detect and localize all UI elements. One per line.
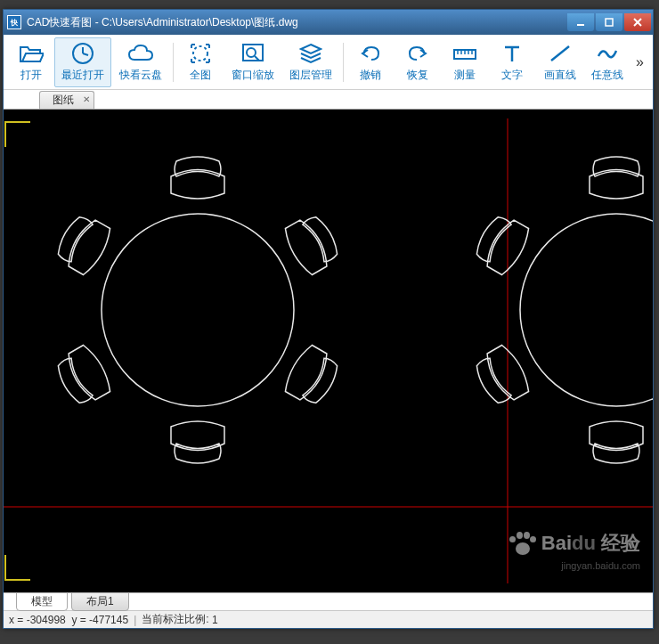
layer-management-button[interactable]: 图层管理 xyxy=(281,37,338,87)
cloud-icon xyxy=(126,41,155,66)
undo-button[interactable]: 撤销 xyxy=(347,37,395,87)
draw-line-button[interactable]: 画直线 xyxy=(536,37,583,87)
statusbar: x = -304998 y = -477145 | 当前标注比例: 1 xyxy=(4,610,653,628)
folder-open-icon xyxy=(17,41,45,66)
status-scale-value: 1 xyxy=(212,614,218,626)
document-tabs: 图纸 ✕ xyxy=(4,90,653,110)
status-x-label: x = xyxy=(9,614,23,626)
freehand-button[interactable]: 任意线 xyxy=(583,37,631,87)
svg-line-17 xyxy=(551,46,569,61)
redo-icon xyxy=(403,41,432,66)
window-title: CAD快速看图 - C:\Users\Administrator\Desktop… xyxy=(27,15,565,30)
toolbar: 打开 最近打开 快看云盘 全图 窗口缩放 图层管理 撤销 xyxy=(4,35,653,90)
text-icon xyxy=(498,41,526,66)
model-tab[interactable]: 模型 xyxy=(16,592,68,611)
titlebar[interactable]: 快 CAD快速看图 - C:\Users\Administrator\Deskt… xyxy=(4,10,653,35)
status-y-label: y = xyxy=(71,614,85,626)
status-x-value: -304998 xyxy=(27,614,66,626)
svg-point-21 xyxy=(520,214,653,406)
cad-drawing xyxy=(4,110,653,592)
svg-rect-1 xyxy=(606,19,613,26)
line-icon xyxy=(546,41,574,66)
window-controls xyxy=(565,13,651,31)
document-tab-label: 图纸 xyxy=(53,93,74,108)
svg-line-6 xyxy=(83,53,88,55)
close-button[interactable] xyxy=(624,13,651,31)
window-zoom-button[interactable]: 窗口缩放 xyxy=(224,37,281,87)
fullscreen-icon xyxy=(186,41,215,66)
drawing-canvas[interactable]: Baidu 经验 jingyan.baidu.com xyxy=(4,110,653,592)
zoom-window-icon xyxy=(239,41,267,66)
svg-point-9 xyxy=(247,48,256,57)
cloud-disk-button[interactable]: 快看云盘 xyxy=(111,37,168,87)
document-tab[interactable]: 图纸 ✕ xyxy=(39,91,94,109)
clock-icon xyxy=(69,41,97,66)
open-button[interactable]: 打开 xyxy=(7,37,54,87)
measure-button[interactable]: 测量 xyxy=(442,37,489,87)
layout1-tab[interactable]: 布局1 xyxy=(71,592,129,611)
layers-icon xyxy=(297,41,325,66)
full-view-button[interactable]: 全图 xyxy=(177,37,224,87)
toolbar-overflow-button[interactable]: » xyxy=(631,54,649,70)
status-y-value: -477145 xyxy=(89,614,128,626)
status-scale-label: 当前标注比例: xyxy=(142,612,208,627)
model-layout-tabs: 模型 布局1 xyxy=(4,592,653,610)
undo-icon xyxy=(356,41,385,66)
maximize-button[interactable] xyxy=(596,13,622,31)
text-button[interactable]: 文字 xyxy=(489,37,536,87)
svg-point-7 xyxy=(193,46,207,61)
app-window: 快 CAD快速看图 - C:\Users\Administrator\Deskt… xyxy=(3,9,654,629)
freehand-icon xyxy=(593,41,622,66)
tab-close-icon[interactable]: ✕ xyxy=(83,94,90,104)
toolbar-separator xyxy=(343,43,344,82)
minimize-button[interactable] xyxy=(567,13,594,31)
ruler-icon xyxy=(451,41,479,66)
redo-button[interactable]: 恢复 xyxy=(395,37,442,87)
svg-point-20 xyxy=(102,214,294,406)
recent-open-button[interactable]: 最近打开 xyxy=(54,37,111,87)
app-icon: 快 xyxy=(7,15,21,29)
toolbar-separator xyxy=(173,43,174,82)
